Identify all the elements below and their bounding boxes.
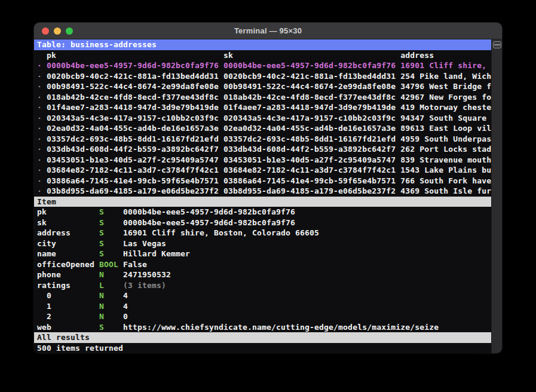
row-pk: 00b98491-522c-44c4-8674-2e99da8fe08e (47, 82, 223, 91)
close-button[interactable] (42, 27, 49, 35)
scrollbar-track[interactable] (491, 39, 502, 353)
table-title-bar: Table: business-addresses (34, 39, 491, 50)
row-sk: 03357dc2-693c-48b5-8dd1-16167fd21efd (223, 134, 400, 143)
item-field-row: city S Las Vegas (34, 238, 491, 249)
item-field-key: ratings (37, 281, 99, 290)
minimize-button[interactable] (54, 27, 61, 35)
item-field-type: N (99, 302, 123, 311)
table-row[interactable]: · 03357dc2-693c-48b5-8dd1-16167fd21efd 0… (34, 134, 491, 145)
row-pk: 018ab42b-42ce-4fd8-8ecd-f377ee43df8c (47, 93, 223, 102)
row-address: 766 South Fork have (400, 176, 491, 185)
item-field-key: sk (37, 218, 99, 227)
item-field-type: S (99, 218, 123, 227)
row-sk: 00b98491-522c-44c4-8674-2e99da8fe08e (223, 82, 400, 91)
row-bullet: · (37, 61, 47, 70)
table-row[interactable]: · 03684e82-7182-4c11-a3d7-c3784f7f42c1 0… (34, 165, 491, 176)
row-bullet: · (37, 166, 47, 174)
column-header-indent (37, 51, 47, 60)
item-field-value: (3 items) (123, 281, 166, 290)
row-pk: 0020bcb9-40c2-421c-881a-fd13bed4dd31 (47, 72, 223, 81)
item-field-key: 2 (37, 312, 99, 321)
item-field-row: 0 N 4 (34, 290, 491, 301)
item-field-row: officeOpened BOOL False (34, 259, 491, 270)
row-pk: 0000b4be-eee5-4957-9d6d-982bc0fa9f76 (47, 61, 223, 70)
row-sk: 03b8d955-da69-4185-a179-e06d5be237f2 (223, 186, 400, 195)
row-bullet: · (37, 134, 47, 143)
item-field-type: N (99, 270, 123, 279)
traffic-lights (42, 23, 73, 39)
table-row[interactable]: · 018ab42b-42ce-4fd8-8ecd-f377ee43df8c 0… (34, 92, 491, 103)
row-pk: 03684e82-7182-4c11-a3d7-c3784f7f42c1 (47, 166, 223, 174)
row-pk: 03886a64-7145-41e4-99cb-59f65e4b7571 (47, 176, 223, 185)
split-pane-icon[interactable] (493, 41, 501, 48)
item-field-key: city (37, 239, 99, 248)
table-row[interactable]: · 01f4aee7-a283-4418-947d-3d9e79b419de 0… (34, 102, 491, 113)
row-address: 4959 South Underpas (400, 134, 491, 143)
table-rows: · 0000b4be-eee5-4957-9d6d-982bc0fa9f76 0… (34, 60, 491, 197)
item-field-type: N (99, 291, 123, 300)
item-field-value: 16901 Cliff shire, Boston, Colorado 6660… (123, 228, 319, 237)
table-row[interactable]: · 033db43d-608d-44f2-b559-a3892bc642f7 0… (34, 144, 491, 155)
row-address: 4369 South Isle fur (400, 186, 491, 195)
table-header: pk sk address (34, 50, 491, 61)
item-field-value: Las Vegas (123, 239, 166, 248)
item-field-value: 0 (123, 312, 128, 321)
item-field-key: web (37, 323, 99, 332)
item-field-type: N (99, 312, 123, 321)
column-header-address: address (400, 51, 434, 60)
row-pk: 03357dc2-693c-48b5-8dd1-16167fd21efd (47, 134, 223, 143)
terminal-window: Terminal — 95×30 Table: business-address… (34, 23, 502, 353)
zoom-button[interactable] (66, 27, 73, 35)
items-returned-count: 500 items returned (34, 343, 491, 354)
item-field-type: BOOL (99, 260, 123, 269)
item-field-type: L (99, 281, 123, 290)
table-row[interactable]: · 03b8d955-da69-4185-a179-e06d5be237f2 0… (34, 186, 491, 197)
row-sk: 01f4aee7-a283-4418-947d-3d9e79b419de (223, 103, 400, 112)
item-field-type: S (99, 249, 123, 258)
row-bullet: · (37, 155, 47, 164)
window-titlebar[interactable]: Terminal — 95×30 (34, 23, 502, 39)
item-field-row: 1 N 4 (34, 301, 491, 312)
row-bullet: · (37, 114, 47, 122)
item-field-row: ratings L (3 items) (34, 280, 491, 291)
row-bullet: · (37, 82, 47, 91)
row-bullet: · (37, 186, 47, 195)
table-row[interactable]: · 00b98491-522c-44c4-8674-2e99da8fe08e 0… (34, 81, 491, 92)
item-field-row: name S Hillard Kemmer (34, 249, 491, 259)
table-row[interactable]: · 020343a5-4c3e-417a-9157-c10bb2c03f9c 0… (34, 113, 491, 124)
row-sk: 02ea0d32-4a04-455c-ad4b-de16e1657a3e (223, 124, 400, 133)
row-address: 262 Port Locks stad (400, 145, 491, 154)
item-field-key: 0 (37, 291, 99, 300)
item-field-row: 2 N 0 (34, 311, 491, 322)
row-bullet: · (37, 176, 47, 185)
table-row[interactable]: · 02ea0d32-4a04-455c-ad4b-de16e1657a3e 0… (34, 123, 491, 134)
table-row[interactable]: · 03453051-b1e3-40d5-a27f-2c95409a5747 0… (34, 155, 491, 166)
item-field-type: S (99, 323, 123, 332)
item-field-value: 4 (123, 302, 128, 311)
item-field-value: 0000b4be-eee5-4957-9d6d-982bc0fa9f76 (123, 207, 295, 216)
row-sk: 033db43d-608d-44f2-b559-a3892bc642f7 (223, 145, 400, 154)
row-address: 16901 Cliff shire, (400, 61, 486, 70)
row-bullet: · (37, 145, 47, 154)
row-pk: 033db43d-608d-44f2-b559-a3892bc642f7 (47, 145, 223, 154)
item-field-value: 0000b4be-eee5-4957-9d6d-982bc0fa9f76 (123, 218, 295, 227)
row-address: 254 Pike land, Wich (400, 72, 491, 81)
item-field-value: 2471950532 (123, 270, 171, 279)
item-field-row: pk S 0000b4be-eee5-4957-9d6d-982bc0fa9f7… (34, 207, 491, 218)
row-bullet: · (37, 93, 47, 102)
table-row[interactable]: · 03886a64-7145-41e4-99cb-59f65e4b7571 0… (34, 176, 491, 186)
table-row[interactable]: · 0020bcb9-40c2-421c-881a-fd13bed4dd31 0… (34, 71, 491, 82)
item-field-type: S (99, 239, 123, 248)
row-pk: 020343a5-4c3e-417a-9157-c10bb2c03f9c (47, 114, 223, 122)
row-sk: 03453051-b1e3-40d5-a27f-2c95409a5747 (223, 155, 400, 164)
item-field-row: web S https://www.chiefsyndicate.name/cu… (34, 322, 491, 333)
row-address: 34796 West Bridge f (400, 82, 491, 91)
row-bullet: · (37, 124, 47, 133)
column-header-pk: pk (47, 51, 223, 60)
table-row[interactable]: · 0000b4be-eee5-4957-9d6d-982bc0fa9f76 0… (34, 60, 491, 71)
row-sk: 03886a64-7145-41e4-99cb-59f65e4b7571 (223, 176, 400, 185)
row-pk: 03b8d955-da69-4185-a179-e06d5be237f2 (47, 186, 223, 195)
item-field-type: S (99, 228, 123, 237)
item-field-key: 1 (37, 302, 99, 311)
row-address: 42967 New Forges fo (400, 93, 491, 102)
